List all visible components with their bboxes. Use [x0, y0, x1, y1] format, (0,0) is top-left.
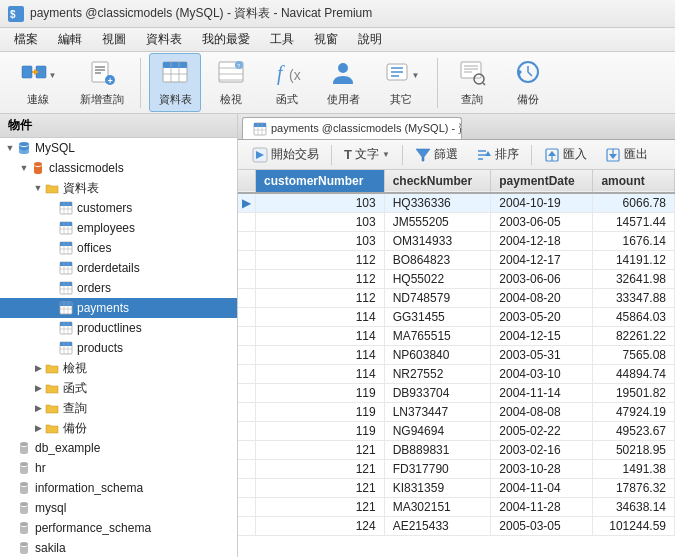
begin-transaction-icon	[252, 147, 268, 163]
table-row[interactable]: 114NR275522004-03-1044894.74	[238, 365, 675, 384]
menu-item-說明[interactable]: 說明	[348, 28, 392, 51]
sidebar-item-orders[interactable]: orders	[0, 278, 237, 298]
cell-payment-date: 2003-06-06	[491, 270, 593, 289]
col-amount[interactable]: amount	[593, 170, 675, 193]
svg-text:f: f	[277, 62, 285, 85]
table-row[interactable]: 121MA3021512004-11-2834638.14	[238, 498, 675, 517]
sidebar-item-tables-folder[interactable]: ▼資料表	[0, 178, 237, 198]
connect-button[interactable]: ▼ 連線	[8, 54, 68, 111]
table-row[interactable]: 119NG946942005-02-2249523.67	[238, 422, 675, 441]
menu-item-編輯[interactable]: 編輯	[48, 28, 92, 51]
sidebar-item-hr[interactable]: hr	[0, 458, 237, 478]
col-check-number[interactable]: checkNumber	[384, 170, 491, 193]
action-sep-3	[531, 145, 532, 165]
function-button[interactable]: f (x) 函式	[261, 54, 313, 111]
node-label-offices: offices	[77, 241, 111, 255]
menu-item-工具[interactable]: 工具	[260, 28, 304, 51]
svg-point-39	[34, 162, 42, 166]
node-label-products: products	[77, 341, 123, 355]
table-row[interactable]: 119DB9337042004-11-1419501.82	[238, 384, 675, 403]
row-indicator	[238, 270, 256, 289]
sidebar-item-functions-folder[interactable]: ▶函式	[0, 378, 237, 398]
filter-button[interactable]: 篩選	[407, 144, 466, 166]
table-row[interactable]: 114NP6038402003-05-317565.08	[238, 346, 675, 365]
table-row[interactable]: 121DB8898312003-02-1650218.95	[238, 441, 675, 460]
view-button[interactable]: ? 檢視	[205, 54, 257, 111]
sidebar-item-performance_schema[interactable]: performance_schema	[0, 518, 237, 538]
table-row[interactable]: 112HQ550222003-06-0632641.98	[238, 270, 675, 289]
table-row[interactable]: 103JM5552052003-06-0514571.44	[238, 213, 675, 232]
svg-point-38	[19, 142, 29, 146]
table-row[interactable]: 112BO8648232004-12-1714191.12	[238, 251, 675, 270]
sidebar-item-payments[interactable]: payments	[0, 298, 237, 318]
table-row[interactable]: 114MA7655152004-12-1582261.22	[238, 327, 675, 346]
svg-rect-71	[60, 322, 72, 326]
export-button[interactable]: 匯出	[597, 144, 656, 166]
begin-transaction-button[interactable]: 開始交易	[244, 144, 327, 166]
table-row[interactable]: 103OM3149332004-12-181676.14	[238, 232, 675, 251]
menu-item-檔案[interactable]: 檔案	[4, 28, 48, 51]
cell-payment-date: 2003-06-05	[491, 213, 593, 232]
node-icon-offices	[58, 240, 74, 256]
svg-rect-56	[60, 262, 72, 266]
main-tab[interactable]: payments @classicmodels (MySQL) - 資...	[242, 117, 462, 139]
table-row[interactable]: 121KI8313592004-11-0417876.32	[238, 479, 675, 498]
user-button[interactable]: 使用者	[317, 54, 369, 111]
sidebar-item-db_example[interactable]: db_example	[0, 438, 237, 458]
node-icon-orderdetails	[58, 260, 74, 276]
cell-payment-date: 2003-02-16	[491, 441, 593, 460]
menu-item-我的最愛[interactable]: 我的最愛	[192, 28, 260, 51]
node-icon-payments	[58, 300, 74, 316]
sidebar-item-mysql-root[interactable]: ▼MySQL	[0, 138, 237, 158]
sort-button[interactable]: 排序	[468, 144, 527, 166]
col-payment-date[interactable]: paymentDate	[491, 170, 593, 193]
query-button[interactable]: 查詢	[446, 54, 498, 111]
svg-rect-46	[60, 222, 72, 226]
sidebar-item-sakila[interactable]: sakila	[0, 538, 237, 557]
sidebar-item-customers[interactable]: customers	[0, 198, 237, 218]
node-label-hr: hr	[35, 461, 46, 475]
new-query-button[interactable]: + 新增查詢	[72, 54, 132, 111]
other-icon	[383, 58, 411, 90]
table-button[interactable]: 資料表	[149, 53, 201, 112]
sidebar-item-queries-folder[interactable]: ▶查詢	[0, 398, 237, 418]
tab-label: payments @classicmodels (MySQL) - 資...	[271, 121, 462, 136]
menu-item-資料表[interactable]: 資料表	[136, 28, 192, 51]
cell-check-number: GG31455	[384, 308, 491, 327]
node-icon-tables-folder	[44, 180, 60, 196]
svg-point-25	[338, 63, 348, 73]
sidebar-item-orderdetails[interactable]: orderdetails	[0, 258, 237, 278]
sidebar-item-offices[interactable]: offices	[0, 238, 237, 258]
table-container[interactable]: customerNumber checkNumber paymentDate a…	[238, 170, 675, 557]
sidebar-item-productlines[interactable]: productlines	[0, 318, 237, 338]
node-icon-mysql	[16, 500, 32, 516]
table-row[interactable]: 119LN3734472004-08-0847924.19	[238, 403, 675, 422]
table-row[interactable]: 112ND7485792004-08-2033347.88	[238, 289, 675, 308]
cell-check-number: HQ55022	[384, 270, 491, 289]
col-customer-number[interactable]: customerNumber	[256, 170, 385, 193]
sidebar-item-backups-folder[interactable]: ▶備份	[0, 418, 237, 438]
table-row[interactable]: 121FD3177902003-10-281491.38	[238, 460, 675, 479]
sidebar-item-views-folder[interactable]: ▶檢視	[0, 358, 237, 378]
sidebar-item-classicmodels[interactable]: ▼classicmodels	[0, 158, 237, 178]
menu-item-視圖[interactable]: 視圖	[92, 28, 136, 51]
user-label: 使用者	[327, 92, 360, 107]
cell-payment-date: 2003-05-20	[491, 308, 593, 327]
menu-item-視窗[interactable]: 視窗	[304, 28, 348, 51]
text-button[interactable]: T 文字 ▼	[336, 144, 398, 166]
import-button[interactable]: 匯入	[536, 144, 595, 166]
table-row[interactable]: ▶103HQ3363362004-10-196066.78	[238, 193, 675, 213]
node-icon-mysql-root	[16, 140, 32, 156]
other-button[interactable]: ▼ 其它	[373, 54, 429, 111]
row-indicator	[238, 365, 256, 384]
sidebar-item-mysql[interactable]: mysql	[0, 498, 237, 518]
table-row[interactable]: 114GG314552003-05-2045864.03	[238, 308, 675, 327]
table-row[interactable]: 124AE2154332005-03-05101244.59	[238, 517, 675, 536]
titlebar: $ payments @classicmodels (MySQL) - 資料表 …	[0, 0, 675, 28]
sidebar-header-label: 物件	[8, 117, 32, 134]
backup-button[interactable]: 備份	[502, 54, 554, 111]
sidebar-item-products[interactable]: products	[0, 338, 237, 358]
sidebar-item-employees[interactable]: employees	[0, 218, 237, 238]
row-indicator	[238, 498, 256, 517]
sidebar-item-information_schema[interactable]: information_schema	[0, 478, 237, 498]
